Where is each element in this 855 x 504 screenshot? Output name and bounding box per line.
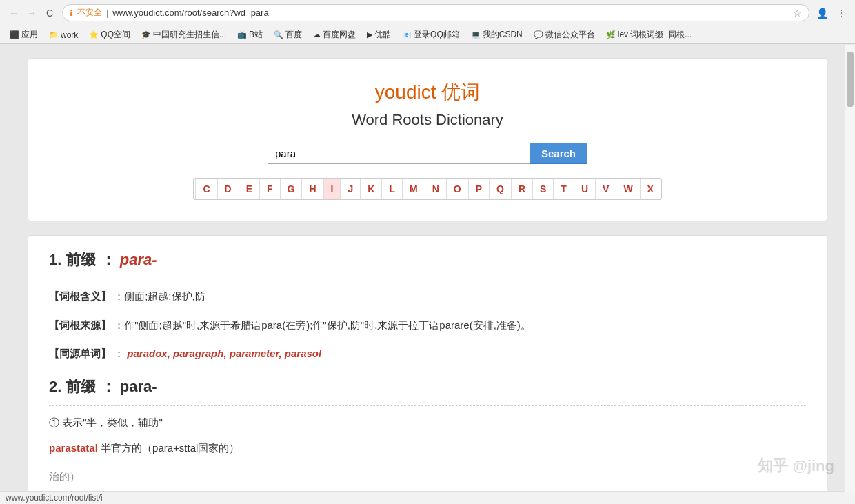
alpha-j[interactable]: J bbox=[341, 179, 361, 199]
security-icon: ℹ bbox=[70, 8, 73, 18]
results-card: 1. 前缀 ： para- 【词根含义】 ：侧面;超越;保护,防 【词根来源】 … bbox=[28, 235, 827, 504]
alpha-w[interactable]: W bbox=[616, 179, 640, 199]
search-form: Search bbox=[42, 143, 813, 164]
forward-button[interactable]: → bbox=[23, 5, 40, 21]
alpha-q[interactable]: Q bbox=[490, 179, 512, 199]
alpha-t[interactable]: T bbox=[554, 179, 574, 199]
entry-1-colon: ： bbox=[101, 251, 116, 268]
related-word-parasol[interactable]: parasol bbox=[285, 347, 321, 359]
entry-1-origin-text: ：作"侧面;超越"时,来源于希腊语para(在旁);作"保护,防"时,来源于拉丁… bbox=[114, 319, 531, 331]
browser-chrome: ← → C ℹ 不安全 | ☆ 👤 ⋮ ⬛ 应用 📁 work ⭐ QQ空间 bbox=[0, 0, 855, 44]
entry-1-meaning-text: ：侧面;超越;保护,防 bbox=[114, 290, 205, 302]
site-title: youdict 优词 bbox=[42, 79, 813, 105]
example-word[interactable]: parastatal bbox=[49, 442, 98, 454]
bookmark-grad[interactable]: 🎓 中国研究生招生信... bbox=[137, 28, 230, 42]
bookmark-youku[interactable]: ▶ 优酷 bbox=[363, 28, 395, 42]
entry-1-title: 1. 前缀 ： para- bbox=[49, 250, 806, 270]
scroll-indicator[interactable] bbox=[845, 45, 855, 492]
bookmark-csdn-label: 我的CSDN bbox=[483, 29, 523, 41]
alpha-n[interactable]: N bbox=[425, 179, 447, 199]
wechat-icon: 💬 bbox=[534, 30, 543, 39]
alpha-y[interactable]: Y bbox=[661, 179, 662, 199]
bookmark-wechat-label: 微信公众平台 bbox=[545, 29, 595, 41]
entry-1-number: 1. bbox=[49, 251, 66, 268]
nav-buttons: ← → C bbox=[6, 5, 58, 21]
alpha-d[interactable]: D bbox=[218, 179, 239, 199]
bookmark-baidupan[interactable]: ☁ 百度网盘 bbox=[309, 28, 360, 42]
alpha-o[interactable]: O bbox=[447, 179, 469, 199]
browser-toolbar: ← → C ℹ 不安全 | ☆ 👤 ⋮ bbox=[0, 0, 855, 26]
entry-1-meaning-label: 【词根含义】 bbox=[49, 290, 111, 302]
entry-1-meaning: 【词根含义】 ：侧面;超越;保护,防 bbox=[49, 288, 806, 305]
entry-2-title: 2. 前缀 ： para- bbox=[49, 376, 806, 397]
bookmark-work[interactable]: 📁 work bbox=[45, 29, 82, 41]
related-word-parameter[interactable]: parameter bbox=[230, 347, 279, 359]
csdn-icon: 💻 bbox=[471, 30, 481, 39]
search-button[interactable]: Search bbox=[530, 143, 587, 164]
entry-1-related: 【同源单词】 ： paradox, paragraph, parameter, … bbox=[49, 345, 806, 363]
toolbar-right: 👤 ⋮ bbox=[814, 5, 849, 21]
bookmarks-bar: ⬛ 应用 📁 work ⭐ QQ空间 🎓 中国研究生招生信... 📺 B站 🔍 … bbox=[0, 26, 855, 43]
related-word-paradox[interactable]: paradox bbox=[127, 347, 167, 359]
bookmark-roots-label: lev 词根词缀_同根... bbox=[618, 29, 692, 41]
entry-1-related-words: paradox, paragraph, parameter, parasol bbox=[127, 347, 321, 359]
mail-icon: 📧 bbox=[402, 30, 412, 39]
search-input[interactable] bbox=[268, 143, 530, 164]
partial-text: 治的） bbox=[49, 470, 80, 482]
back-button[interactable]: ← bbox=[6, 5, 22, 21]
entry-2-divider bbox=[49, 405, 806, 406]
alpha-k[interactable]: K bbox=[361, 179, 382, 199]
alpha-i[interactable]: I bbox=[324, 179, 341, 199]
bookmark-csdn[interactable]: 💻 我的CSDN bbox=[467, 28, 527, 42]
status-bar: www.youdict.com/root/list/i bbox=[0, 491, 855, 504]
alpha-l[interactable]: L bbox=[382, 179, 403, 199]
entry-1-related-colon: ： bbox=[114, 347, 124, 359]
alpha-m[interactable]: M bbox=[403, 179, 425, 199]
youku-icon: ▶ bbox=[367, 30, 372, 39]
bookmark-work-label: work bbox=[61, 30, 78, 40]
site-subtitle: Word Roots Dictionary bbox=[42, 111, 813, 129]
bookmark-qq[interactable]: ⭐ QQ空间 bbox=[85, 28, 134, 42]
alpha-r[interactable]: R bbox=[512, 179, 533, 199]
related-word-paragraph[interactable]: paragraph bbox=[173, 347, 223, 359]
apps-icon: ⬛ bbox=[10, 30, 19, 39]
alpha-c[interactable]: C bbox=[196, 179, 217, 199]
bookmark-baidu[interactable]: 🔍 百度 bbox=[270, 28, 306, 42]
entry-1-related-label: 【同源单词】 bbox=[49, 347, 111, 359]
more-button[interactable]: ⋮ bbox=[833, 5, 849, 21]
cloud-icon: ☁ bbox=[313, 30, 321, 39]
user-button[interactable]: 👤 bbox=[814, 5, 830, 21]
bookmark-star-icon[interactable]: ☆ bbox=[793, 8, 802, 19]
bookmark-wechat[interactable]: 💬 微信公众平台 bbox=[530, 28, 599, 42]
bookmark-bilibili-label: B站 bbox=[249, 29, 263, 41]
bookmark-youku-label: 优酷 bbox=[374, 29, 391, 41]
address-input[interactable] bbox=[112, 8, 789, 18]
entry-1: 1. 前缀 ： para- 【词根含义】 ：侧面;超越;保护,防 【词根来源】 … bbox=[49, 250, 806, 363]
alpha-x[interactable]: X bbox=[641, 179, 661, 199]
url-separator: | bbox=[106, 8, 108, 18]
scroll-thumb[interactable] bbox=[847, 52, 854, 107]
alpha-g[interactable]: G bbox=[281, 179, 303, 199]
entry-2-word: para- bbox=[120, 378, 157, 395]
entry-1-origin: 【词根来源】 ：作"侧面;超越"时,来源于希腊语para(在旁);作"保护,防"… bbox=[49, 316, 806, 334]
alpha-e[interactable]: E bbox=[239, 179, 260, 199]
reload-button[interactable]: C bbox=[41, 5, 58, 21]
entry-1-type: 前缀 bbox=[66, 251, 96, 268]
main-card: youdict 优词 Word Roots Dictionary Search … bbox=[28, 58, 827, 221]
alpha-p[interactable]: P bbox=[469, 179, 490, 199]
entry-1-origin-label: 【词根来源】 bbox=[49, 319, 111, 331]
bookmark-qqmail[interactable]: 📧 登录QQ邮箱 bbox=[398, 28, 464, 42]
address-bar-container: ℹ 不安全 | ☆ bbox=[62, 4, 809, 21]
bookmark-roots[interactable]: 🌿 lev 词根词缀_同根... bbox=[602, 28, 696, 42]
not-secure-label: 不安全 bbox=[77, 7, 102, 19]
alpha-s[interactable]: S bbox=[533, 179, 554, 199]
alpha-u[interactable]: U bbox=[574, 179, 596, 199]
alpha-h[interactable]: H bbox=[302, 179, 323, 199]
bookmark-bilibili[interactable]: 📺 B站 bbox=[233, 28, 267, 42]
bookmark-apps[interactable]: ⬛ 应用 bbox=[6, 28, 42, 42]
entry-2-desc: ① 表示"半，类似，辅助" bbox=[49, 414, 806, 431]
example-meaning-text: 半官方的（para+sttal国家的） bbox=[101, 442, 239, 454]
alpha-v[interactable]: V bbox=[596, 179, 616, 199]
alphabet-nav: A B C D E F G H I J K L M N O P Q R S T … bbox=[193, 178, 662, 200]
alpha-f[interactable]: F bbox=[260, 179, 281, 199]
